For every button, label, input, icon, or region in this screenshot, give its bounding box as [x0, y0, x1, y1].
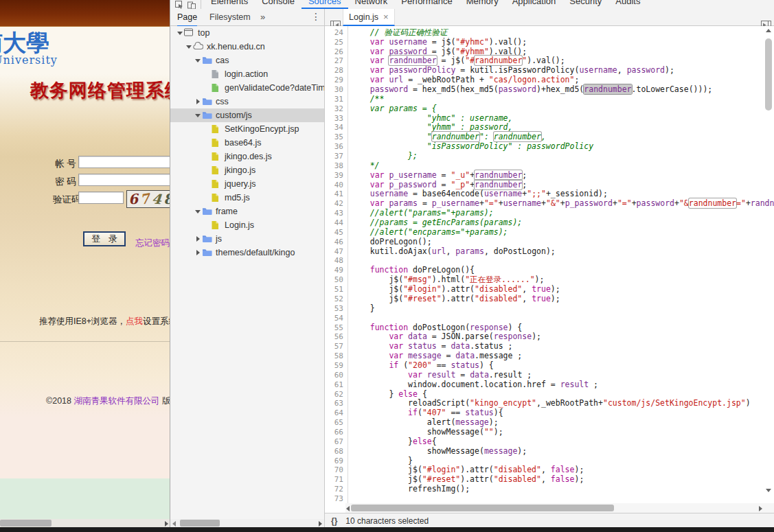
navigator-scrollbar-left-arrow[interactable] [172, 521, 176, 527]
code-text[interactable]: "isPasswordPolicy" : passwordPolicy [348, 142, 593, 152]
account-input[interactable] [78, 156, 170, 168]
line-number[interactable]: 29 [325, 76, 348, 85]
navigator-menu-icon[interactable]: ⋮ [311, 9, 321, 25]
tree-item-login-action[interactable]: login.action [170, 67, 324, 81]
line-number[interactable]: 36 [325, 142, 348, 152]
code-text[interactable]: showMessage(message); [348, 447, 527, 456]
code-text[interactable]: j$("#login").attr("disabled", false); [348, 465, 584, 475]
code-text[interactable]: var params = { [348, 104, 437, 114]
navigator-scrollbar-thumb[interactable] [180, 520, 220, 527]
code-text[interactable]: kutil.doAjax(url, params, doPostLogon); [348, 247, 556, 257]
code-text[interactable]: window.document.location.href = result ; [348, 380, 598, 390]
line-number[interactable]: 56 [325, 332, 348, 342]
line-number[interactable]: 73 [325, 494, 348, 504]
code-text[interactable]: doPreLogon(); [348, 238, 432, 247]
tab-page[interactable]: Page [177, 9, 197, 27]
company-link[interactable]: 湖南青果软件有限公司 [74, 396, 160, 406]
line-number[interactable]: 70 [325, 465, 348, 475]
line-number[interactable]: 47 [325, 247, 348, 257]
tree-item-jkingo-js[interactable]: jkingo.js [170, 163, 324, 177]
captcha-input[interactable] [78, 192, 124, 204]
disclosure-collapsed-icon[interactable] [194, 236, 202, 242]
navigator-horizontal-scrollbar[interactable] [170, 519, 324, 527]
tree-item-base64-js[interactable]: base64.js [170, 136, 324, 150]
line-number[interactable]: 63 [325, 399, 348, 408]
page-horizontal-scrollbar[interactable] [0, 519, 170, 527]
line-number[interactable]: 48 [325, 256, 348, 266]
captcha-image[interactable]: 6748 [126, 190, 170, 208]
line-number[interactable]: 31 [325, 95, 348, 104]
panel-tab-network[interactable]: Network [348, 0, 395, 9]
line-number[interactable]: 24 [325, 28, 348, 38]
line-number[interactable]: 58 [325, 351, 348, 361]
code-text[interactable]: } else { [348, 390, 427, 400]
panel-tab-sources[interactable]: Sources [301, 0, 348, 9]
tree-item-top[interactable]: top [170, 26, 324, 40]
editor-hscroll-right-arrow[interactable] [759, 506, 762, 511]
tree-item-themes-default-kingo[interactable]: themes/default/kingo [170, 246, 324, 259]
line-number[interactable]: 61 [325, 380, 348, 390]
code-text[interactable]: var message = data.message ; [348, 351, 522, 361]
line-number[interactable]: 30 [325, 85, 348, 95]
code-text[interactable]: showMessage(""); [348, 428, 503, 437]
code-text[interactable]: var url = _webRootPath + "cas/logon.acti… [348, 76, 579, 85]
editor-hscroll-left-arrow[interactable] [346, 506, 350, 511]
code-text[interactable]: /** [348, 95, 384, 104]
disclosure-expanded-icon[interactable] [176, 32, 184, 35]
code-text[interactable] [348, 314, 351, 323]
line-number[interactable]: 34 [325, 123, 348, 132]
tree-item-jquery-js[interactable]: jquery.js [170, 177, 324, 191]
tree-item-jkingo-des-js[interactable]: jkingo.des.js [170, 150, 324, 163]
disclosure-expanded-icon[interactable] [194, 59, 202, 62]
line-number[interactable]: 27 [325, 56, 348, 66]
line-number[interactable]: 39 [325, 171, 348, 181]
line-number[interactable]: 64 [325, 408, 348, 418]
code-text[interactable]: j$("#reset").attr("disabled", false); [348, 475, 584, 485]
line-number[interactable]: 26 [325, 47, 348, 57]
code-text[interactable]: password = hex_md5(hex_md5(password)+hex… [348, 85, 712, 95]
code-text[interactable]: alert(message); [348, 418, 499, 428]
code-text[interactable]: var passwordPolicy = kutil.isPasswordPol… [348, 66, 674, 76]
tree-item-custom-js[interactable]: custom/js [170, 108, 324, 122]
code-text[interactable]: // 验证码正确性验证 [348, 28, 447, 38]
code-text[interactable]: var p_username = "_u"+randnumber; [348, 171, 527, 181]
editor-vscroll-thumb[interactable] [765, 38, 772, 111]
line-number[interactable]: 59 [325, 361, 348, 371]
code-text[interactable] [348, 494, 351, 504]
page-scrollbar-right-arrow[interactable] [165, 521, 168, 527]
line-number[interactable]: 71 [325, 475, 348, 485]
line-number[interactable]: 67 [325, 437, 348, 447]
code-text[interactable]: if("407" == status){ [348, 408, 503, 418]
code-text[interactable]: var params = p_username+"="+username+"&"… [348, 199, 774, 209]
editor-vscroll-up-arrow[interactable] [766, 29, 771, 32]
line-number[interactable]: 52 [325, 294, 348, 304]
line-number[interactable]: 43 [325, 209, 348, 218]
tree-item-setkingoencypt-jsp[interactable]: SetKingoEncypt.jsp [170, 122, 324, 136]
line-number[interactable]: 69 [325, 456, 348, 466]
line-number[interactable]: 25 [325, 38, 348, 47]
device-toolbar-icon[interactable] [185, 0, 198, 9]
tree-item-genvalidatecode-datetime-[interactable]: genValidateCode?dateTime= [170, 81, 324, 95]
code-text[interactable]: var username = j$("#yhmc").val(); [348, 38, 527, 47]
code-text[interactable]: refreshImg(); [348, 485, 470, 494]
disclosure-collapsed-icon[interactable] [194, 99, 202, 104]
navigator-scrollbar-right-arrow[interactable] [319, 521, 322, 527]
line-number[interactable]: 51 [325, 285, 348, 294]
line-number[interactable]: 68 [325, 447, 348, 456]
login-button[interactable]: 登 录 [83, 231, 126, 246]
code-text[interactable]: j$("#reset").attr("disabled", true); [348, 294, 560, 304]
line-number[interactable]: 49 [325, 266, 348, 275]
tree-item-cas[interactable]: cas [170, 54, 324, 67]
panel-tab-security[interactable]: Security [562, 0, 608, 9]
tree-item-css[interactable]: css [170, 95, 324, 108]
line-number[interactable]: 57 [325, 342, 348, 351]
code-text[interactable]: //params = getEncParams(params); [348, 218, 522, 228]
line-number[interactable]: 45 [325, 228, 348, 238]
tree-item-frame[interactable]: frame [170, 205, 324, 218]
code-text[interactable]: function doPostLogon(response) { [348, 323, 522, 333]
line-number[interactable]: 38 [325, 161, 348, 171]
line-number[interactable]: 44 [325, 218, 348, 228]
editor-vscroll-down-arrow[interactable] [766, 489, 771, 492]
panel-tab-console[interactable]: Console [255, 0, 301, 9]
line-number[interactable]: 65 [325, 418, 348, 428]
